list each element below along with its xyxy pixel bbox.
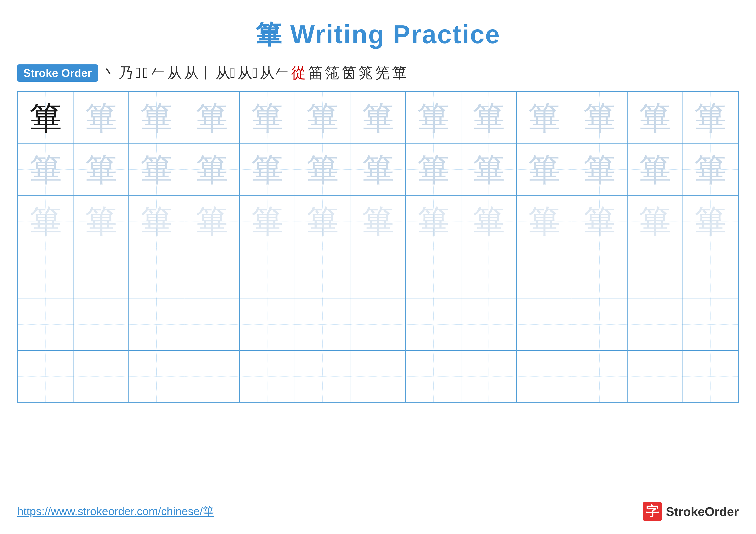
stroke-1: 丶 xyxy=(102,63,116,83)
char-light: 篳 xyxy=(140,153,173,186)
cell-1-3[interactable]: 篳 xyxy=(129,92,184,144)
cell-6-9[interactable] xyxy=(461,350,517,402)
cell-5-8[interactable] xyxy=(406,299,461,350)
cell-5-12[interactable] xyxy=(627,299,683,350)
cell-6-5[interactable] xyxy=(239,350,295,402)
cell-6-8[interactable] xyxy=(406,350,461,402)
cell-5-10[interactable] xyxy=(517,299,572,350)
cell-3-5[interactable]: 篳 xyxy=(239,195,295,247)
char-light: 篳 xyxy=(417,153,449,186)
cell-5-1[interactable] xyxy=(18,299,73,350)
title-char: 篳 xyxy=(256,20,282,49)
cell-1-10[interactable]: 篳 xyxy=(517,92,572,144)
grid-row-4 xyxy=(18,247,738,299)
cell-4-12[interactable] xyxy=(627,247,683,299)
char-light: 篳 xyxy=(85,205,117,237)
cell-4-3[interactable] xyxy=(129,247,184,299)
char-light: 篳 xyxy=(528,153,560,186)
cell-4-7[interactable] xyxy=(350,247,406,299)
cell-3-12[interactable]: 篳 xyxy=(627,195,683,247)
cell-3-2[interactable]: 篳 xyxy=(73,195,129,247)
cell-4-8[interactable] xyxy=(406,247,461,299)
cell-5-2[interactable] xyxy=(73,299,129,350)
cell-6-10[interactable] xyxy=(517,350,572,402)
footer-url[interactable]: https://www.strokeorder.com/chinese/篳 xyxy=(17,504,214,519)
char-light: 篳 xyxy=(30,153,62,186)
cell-4-9[interactable] xyxy=(461,247,517,299)
cell-3-6[interactable]: 篳 xyxy=(295,195,350,247)
cell-5-5[interactable] xyxy=(239,299,295,350)
title-writing-practice: Writing Practice xyxy=(290,20,500,49)
char-light: 篳 xyxy=(307,102,339,134)
cell-1-8[interactable]: 篳 xyxy=(406,92,461,144)
cell-2-5[interactable]: 篳 xyxy=(239,144,295,195)
cell-6-6[interactable] xyxy=(295,350,350,402)
cell-4-4[interactable] xyxy=(184,247,239,299)
cell-5-4[interactable] xyxy=(184,299,239,350)
cell-4-6[interactable] xyxy=(295,247,350,299)
cell-6-11[interactable] xyxy=(572,350,627,402)
stroke-13: 筂 xyxy=(325,63,339,83)
cell-5-7[interactable] xyxy=(350,299,406,350)
cell-6-3[interactable] xyxy=(129,350,184,402)
cell-2-2[interactable]: 篳 xyxy=(73,144,129,195)
char-light: 篳 xyxy=(251,153,284,186)
cell-1-9[interactable]: 篳 xyxy=(461,92,517,144)
cell-5-6[interactable] xyxy=(295,299,350,350)
cell-4-2[interactable] xyxy=(73,247,129,299)
cell-2-1[interactable]: 篳 xyxy=(18,144,73,195)
cell-1-7[interactable]: 篳 xyxy=(350,92,406,144)
stroke-7: 从丨 xyxy=(184,63,213,83)
cell-6-12[interactable] xyxy=(627,350,683,402)
cell-4-10[interactable] xyxy=(517,247,572,299)
cell-2-11[interactable]: 篳 xyxy=(572,144,627,195)
cell-2-12[interactable]: 篳 xyxy=(627,144,683,195)
cell-3-11[interactable]: 篳 xyxy=(572,195,627,247)
cell-6-13[interactable] xyxy=(683,350,738,402)
cell-3-10[interactable]: 篳 xyxy=(517,195,572,247)
cell-2-9[interactable]: 篳 xyxy=(461,144,517,195)
cell-1-5[interactable]: 篳 xyxy=(239,92,295,144)
cell-3-8[interactable]: 篳 xyxy=(406,195,461,247)
stroke-12: 筁 xyxy=(308,63,323,83)
stroke-5: 𠂉 xyxy=(150,64,165,81)
cell-1-11[interactable]: 篳 xyxy=(572,92,627,144)
cell-3-7[interactable]: 篳 xyxy=(350,195,406,247)
char-light: 篳 xyxy=(307,205,339,237)
cell-1-12[interactable]: 篳 xyxy=(627,92,683,144)
cell-2-13[interactable]: 篳 xyxy=(683,144,738,195)
cell-3-13[interactable]: 篳 xyxy=(683,195,738,247)
cell-2-7[interactable]: 篳 xyxy=(350,144,406,195)
cell-5-9[interactable] xyxy=(461,299,517,350)
cell-1-1[interactable]: 篳 xyxy=(18,92,73,144)
cell-6-4[interactable] xyxy=(184,350,239,402)
cell-5-3[interactable] xyxy=(129,299,184,350)
char-light: 篳 xyxy=(472,153,505,186)
cell-6-7[interactable] xyxy=(350,350,406,402)
cell-6-1[interactable] xyxy=(18,350,73,402)
cell-3-9[interactable]: 篳 xyxy=(461,195,517,247)
cell-2-10[interactable]: 篳 xyxy=(517,144,572,195)
cell-4-5[interactable] xyxy=(239,247,295,299)
char-light: 篳 xyxy=(472,102,505,134)
cell-3-4[interactable]: 篳 xyxy=(184,195,239,247)
char-light: 篳 xyxy=(362,153,394,186)
cell-2-8[interactable]: 篳 xyxy=(406,144,461,195)
cell-5-11[interactable] xyxy=(572,299,627,350)
cell-1-2[interactable]: 篳 xyxy=(73,92,129,144)
cell-2-3[interactable]: 篳 xyxy=(129,144,184,195)
cell-3-1[interactable]: 篳 xyxy=(18,195,73,247)
cell-1-4[interactable]: 篳 xyxy=(184,92,239,144)
cell-1-13[interactable]: 篳 xyxy=(683,92,738,144)
cell-4-13[interactable] xyxy=(683,247,738,299)
logo-icon: 字 xyxy=(643,502,662,521)
cell-2-4[interactable]: 篳 xyxy=(184,144,239,195)
grid-row-5 xyxy=(18,299,738,350)
cell-6-2[interactable] xyxy=(73,350,129,402)
cell-4-11[interactable] xyxy=(572,247,627,299)
cell-3-3[interactable]: 篳 xyxy=(129,195,184,247)
cell-2-6[interactable]: 篳 xyxy=(295,144,350,195)
cell-5-13[interactable] xyxy=(683,299,738,350)
cell-4-1[interactable] xyxy=(18,247,73,299)
cell-1-6[interactable]: 篳 xyxy=(295,92,350,144)
